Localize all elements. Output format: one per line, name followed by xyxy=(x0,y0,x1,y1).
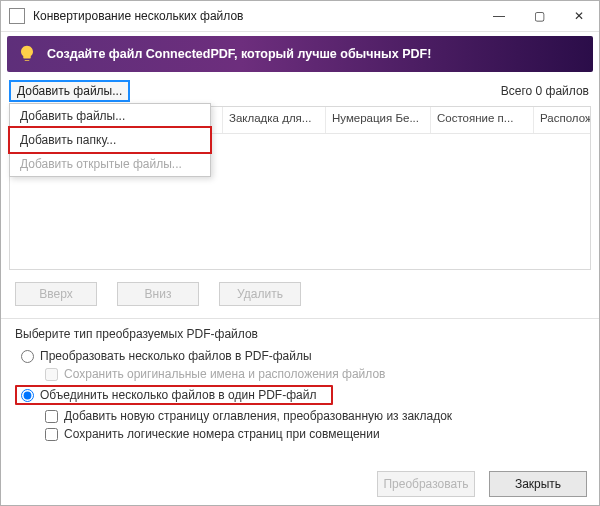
menu-item-add-files[interactable]: Добавить файлы... xyxy=(10,104,210,128)
move-down-button: Вниз xyxy=(117,282,199,306)
maximize-button[interactable]: ▢ xyxy=(519,1,559,31)
checkbox-keep-names xyxy=(45,368,58,381)
conversion-type-section: Выберите тип преобразуемых PDF-файлов Пр… xyxy=(1,327,599,443)
col-bookmark[interactable]: Закладка для... xyxy=(223,107,326,133)
option-add-toc-label: Добавить новую страницу оглавления, прео… xyxy=(64,409,452,423)
option-add-toc[interactable]: Добавить новую страницу оглавления, прео… xyxy=(15,407,585,425)
window-controls: — ▢ ✕ xyxy=(479,1,599,31)
radio-convert-multiple[interactable] xyxy=(21,350,34,363)
option-keep-names: Сохранить оригинальные имена и расположе… xyxy=(15,365,585,383)
promo-banner: Создайте файл ConnectedPDF, который лучш… xyxy=(7,36,593,72)
separator xyxy=(1,318,599,319)
section-title: Выберите тип преобразуемых PDF-файлов xyxy=(15,327,585,341)
option-merge-one[interactable]: Объединить несколько файлов в один PDF-ф… xyxy=(15,385,333,405)
option-keep-nums[interactable]: Сохранить логические номера страниц при … xyxy=(15,425,585,443)
toolbar: Добавить файлы... Всего 0 файлов xyxy=(1,76,599,106)
delete-button: Удалить xyxy=(219,282,301,306)
close-button[interactable]: Закрыть xyxy=(489,471,587,497)
add-files-dropdown: Добавить файлы... Добавить папку... Доба… xyxy=(9,103,211,177)
option-convert-multiple[interactable]: Преобразовать несколько файлов в PDF-фай… xyxy=(15,347,585,365)
banner-text: Создайте файл ConnectedPDF, который лучш… xyxy=(47,47,431,61)
footer-buttons: Преобразовать Закрыть xyxy=(377,471,587,497)
convert-button: Преобразовать xyxy=(377,471,475,497)
total-files-label: Всего 0 файлов xyxy=(501,84,589,98)
col-location[interactable]: Располож... xyxy=(534,107,591,133)
option-keep-names-label: Сохранить оригинальные имена и расположе… xyxy=(64,367,385,381)
dialog-window: Конвертирование нескольких файлов — ▢ ✕ … xyxy=(0,0,600,506)
menu-item-add-open-files: Добавить открытые файлы... xyxy=(10,152,210,176)
list-buttons-row: Вверх Вниз Удалить xyxy=(1,270,599,318)
checkbox-keep-nums[interactable] xyxy=(45,428,58,441)
menu-item-add-folder[interactable]: Добавить папку... xyxy=(8,126,212,154)
lightbulb-icon xyxy=(17,44,37,64)
title-bar: Конвертирование нескольких файлов — ▢ ✕ xyxy=(1,1,599,32)
add-files-button[interactable]: Добавить файлы... xyxy=(9,80,130,102)
checkbox-add-toc[interactable] xyxy=(45,410,58,423)
option-merge-one-label: Объединить несколько файлов в один PDF-ф… xyxy=(40,388,316,402)
close-window-button[interactable]: ✕ xyxy=(559,1,599,31)
col-state[interactable]: Состояние п... xyxy=(431,107,534,133)
col-numbering[interactable]: Нумерация Бе... xyxy=(326,107,431,133)
window-title: Конвертирование нескольких файлов xyxy=(33,9,479,23)
app-icon xyxy=(9,8,25,24)
radio-merge-one[interactable] xyxy=(21,389,34,402)
move-up-button: Вверх xyxy=(15,282,97,306)
option-keep-nums-label: Сохранить логические номера страниц при … xyxy=(64,427,380,441)
minimize-button[interactable]: — xyxy=(479,1,519,31)
option-convert-multiple-label: Преобразовать несколько файлов в PDF-фай… xyxy=(40,349,312,363)
